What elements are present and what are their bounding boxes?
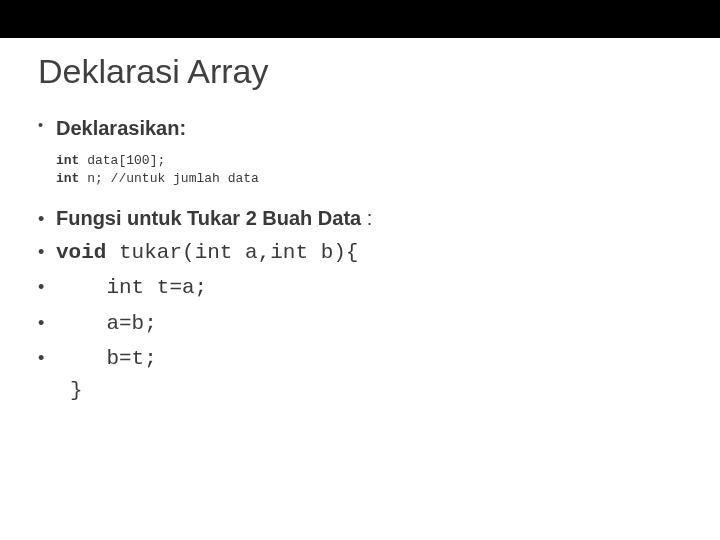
kw-void: void <box>56 241 119 264</box>
kw-int-1: int <box>56 153 87 168</box>
bullet-deklarasikan: Deklarasikan: <box>38 115 682 142</box>
decl-line-1: data[100]; <box>87 153 165 168</box>
decl-line-2: n; //untuk jumlah data <box>87 171 259 186</box>
bullet-list: Deklarasikan: <box>38 115 682 142</box>
slide-body: Deklarasi Array Deklarasikan: int data[1… <box>0 38 720 402</box>
bullet-fn-line-t: int t=a; <box>38 273 682 302</box>
kw-int-2: int <box>56 171 87 186</box>
subhead-colon: : <box>367 207 373 229</box>
fn-body-2: a=b; <box>56 312 157 335</box>
bullet-list-fn: Fungsi untuk Tukar 2 Buah Data : void tu… <box>38 205 682 373</box>
slide-title: Deklarasi Array <box>38 52 682 91</box>
fn-close-brace: } <box>70 379 682 402</box>
code-declaration: int data[100]; int n; //untuk jumlah dat… <box>56 152 682 187</box>
fn-body-3: b=t; <box>56 347 157 370</box>
bullet-fn-line-bt: b=t; <box>38 344 682 373</box>
bullet-fn-signature: void tukar(int a,int b){ <box>38 238 682 267</box>
fn-body-1: int t=a; <box>56 276 207 299</box>
fn-sig-rest: tukar(int a,int b){ <box>119 241 358 264</box>
bullet-fungsi-heading: Fungsi untuk Tukar 2 Buah Data : <box>38 205 682 232</box>
bullet-fn-line-ab: a=b; <box>38 309 682 338</box>
subhead-fungsi: Fungsi untuk Tukar 2 Buah Data <box>56 207 367 229</box>
top-bar <box>0 0 720 38</box>
subhead-deklarasikan: Deklarasikan: <box>56 117 186 139</box>
spacer <box>38 187 682 205</box>
